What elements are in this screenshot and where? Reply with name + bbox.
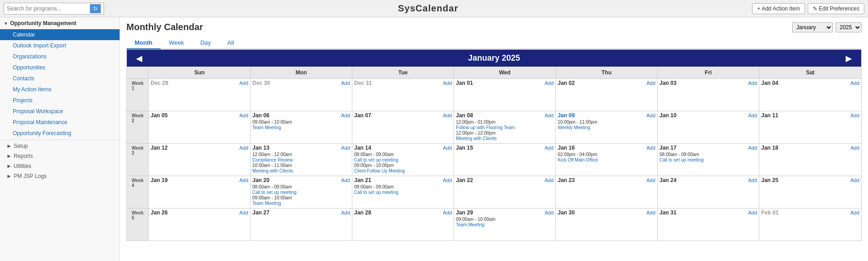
sidebar-item-proposal-workspace[interactable]: Proposal Workspace	[0, 106, 120, 117]
add-event-link[interactable]: Add	[341, 210, 350, 215]
tab-week[interactable]: Week	[161, 37, 192, 49]
add-event-link[interactable]: Add	[544, 145, 554, 151]
add-event-link[interactable]: Add	[239, 177, 248, 183]
event-name[interactable]: Team Meeting	[456, 222, 554, 228]
event-name[interactable]: Weekly Meeting	[558, 125, 655, 130]
calendar-area: Monthly Calendar JanuaryFebruaryMarch Ap…	[120, 17, 868, 261]
add-event-link[interactable]: Add	[341, 113, 350, 118]
sidebar-item-opportunity-forecasting[interactable]: Opportunity Forecasting	[0, 128, 120, 139]
sidebar-item-opportunities[interactable]: Opportunities	[0, 62, 120, 73]
prev-month-button[interactable]: ◀	[131, 53, 148, 63]
add-event-link[interactable]: Add	[850, 210, 859, 215]
event-name[interactable]: Call to set up meeting	[354, 157, 452, 163]
add-event-link[interactable]: Add	[341, 80, 350, 86]
add-event-link[interactable]: Add	[748, 145, 757, 151]
sidebar-item-proposal-maintenance[interactable]: Proposal Maintenance	[0, 117, 120, 128]
next-month-button[interactable]: ▶	[840, 53, 858, 63]
add-event-link[interactable]: Add	[443, 113, 452, 118]
add-event-link[interactable]: Add	[646, 210, 655, 215]
add-event-link[interactable]: Add	[748, 113, 757, 118]
cell-date-number: Dec 29	[151, 80, 168, 86]
event-name[interactable]: Meeting with Clients	[252, 168, 350, 174]
cell-date-number: Jan 07	[354, 112, 371, 119]
add-event-link[interactable]: Add	[646, 145, 655, 151]
event-name[interactable]: Team Meeting	[252, 200, 350, 206]
week-row-3: Week3Jan 12AddJan 13Add12:00am - 12:00am…	[127, 144, 861, 176]
month-select[interactable]: JanuaryFebruaryMarch AprilMayJune JulyAu…	[792, 22, 833, 32]
add-event-link[interactable]: Add	[748, 80, 757, 86]
add-event-link[interactable]: Add	[239, 145, 248, 151]
event-name[interactable]: Compliance Review	[252, 157, 350, 163]
event-name[interactable]: Meeting with Clients	[456, 136, 554, 141]
add-action-button[interactable]: + Add Action Item	[752, 3, 805, 14]
event-name[interactable]: Kick Off Main Office	[558, 157, 655, 163]
add-event-link[interactable]: Add	[646, 177, 655, 183]
tab-month[interactable]: Month	[126, 37, 161, 49]
add-event-link[interactable]: Add	[544, 80, 554, 86]
chevron-icon-reports: ►	[6, 153, 12, 159]
event-name[interactable]: Follow up with Flooring Team	[456, 125, 554, 130]
sidebar-item-my-action-items[interactable]: My Action Items	[0, 84, 120, 95]
add-event-link[interactable]: Add	[850, 80, 859, 86]
year-select[interactable]: 202420252026	[836, 22, 862, 32]
event-time: 12:00pm - 12:00pm	[456, 130, 554, 136]
sidebar-item-setup[interactable]: ► Setup	[0, 141, 120, 151]
app-title: SysCalendar	[108, 3, 748, 14]
calendar-title: Monthly Calendar	[126, 22, 203, 32]
cal-cell-1-7: Jan 04Add	[759, 79, 861, 111]
cal-cell-4-7: Jan 25Add	[759, 176, 861, 208]
cell-date-row: Jan 10Add	[659, 112, 757, 119]
sidebar: ▼ Opportunity Management Calendar Outloo…	[0, 17, 120, 261]
add-event-link[interactable]: Add	[646, 80, 655, 86]
add-event-link[interactable]: Add	[443, 210, 452, 215]
event-name[interactable]: Call to set up meeting	[659, 157, 757, 163]
cell-date-number: Dec 31	[354, 80, 372, 86]
cell-date-row: Jan 16Add	[558, 145, 655, 151]
sidebar-item-projects[interactable]: Projects	[0, 95, 120, 106]
cal-cell-3-4: Jan 15Add	[454, 144, 556, 176]
add-event-link[interactable]: Add	[646, 113, 655, 118]
add-event-link[interactable]: Add	[239, 80, 248, 86]
cal-cell-3-2: Jan 13Add12:00am - 12:00amCompliance Rev…	[251, 144, 352, 176]
sidebar-section-opportunity-management[interactable]: ▼ Opportunity Management	[0, 17, 120, 29]
cal-cell-1-2: Dec 30Add	[251, 79, 352, 111]
sidebar-item-pm-jsp-logs[interactable]: ► PM JSP Logs	[0, 171, 120, 181]
sidebar-item-calendar[interactable]: Calendar	[0, 29, 120, 40]
cell-date-number: Jan 27	[252, 209, 269, 216]
add-event-link[interactable]: Add	[748, 177, 757, 183]
sidebar-item-outlook[interactable]: Outlook Import Export	[0, 40, 120, 51]
sidebar-item-utilities[interactable]: ► Utilities	[0, 161, 120, 171]
add-event-link[interactable]: Add	[544, 113, 554, 118]
add-event-link[interactable]: Add	[341, 177, 350, 183]
add-event-link[interactable]: Add	[239, 210, 248, 215]
add-event-link[interactable]: Add	[748, 210, 757, 215]
cell-date-row: Dec 30Add	[252, 80, 350, 86]
tab-day[interactable]: Day	[192, 37, 219, 49]
search-input[interactable]	[7, 5, 88, 12]
add-event-link[interactable]: Add	[443, 145, 452, 151]
add-event-link[interactable]: Add	[443, 80, 452, 86]
refresh-button[interactable]: ↻	[90, 4, 101, 13]
add-event-link[interactable]: Add	[443, 177, 452, 183]
cell-date-number: Feb 01	[761, 209, 779, 216]
add-event-link[interactable]: Add	[341, 145, 350, 151]
cell-date-number: Jan 11	[761, 112, 778, 119]
add-event-link[interactable]: Add	[850, 145, 859, 151]
sidebar-item-reports[interactable]: ► Reports	[0, 151, 120, 161]
add-event-link[interactable]: Add	[239, 113, 248, 118]
event-name[interactable]: Call to set up meeting	[252, 189, 350, 195]
cell-date-number: Jan 13	[252, 145, 269, 151]
add-event-link[interactable]: Add	[850, 177, 859, 183]
event-name[interactable]: Team Meeting	[252, 125, 350, 130]
sidebar-item-contacts[interactable]: Contacts	[0, 73, 120, 84]
edit-preferences-button[interactable]: ✎ Edit Preferences	[808, 3, 864, 14]
add-event-link[interactable]: Add	[850, 113, 859, 118]
event-name[interactable]: Client Follow Up Meeting	[354, 168, 452, 174]
add-event-link[interactable]: Add	[544, 177, 554, 183]
event-name[interactable]: Call to set up meeting	[354, 189, 452, 195]
add-event-link[interactable]: Add	[544, 210, 554, 215]
cell-date-number: Jan 18	[761, 145, 778, 151]
tab-all[interactable]: All	[219, 37, 242, 49]
sidebar-item-organizations[interactable]: Organizations	[0, 51, 120, 62]
chevron-icon-pm: ►	[6, 173, 12, 179]
